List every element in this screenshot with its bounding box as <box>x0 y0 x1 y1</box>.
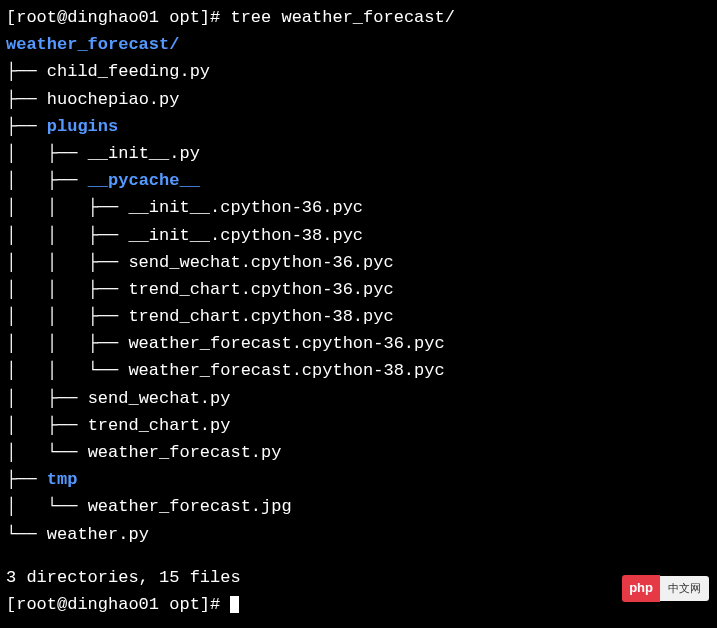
tree-line: │ │ ├── __init__.cpython-36.pyc <box>6 194 711 221</box>
command-prompt-line: [root@dinghao01 opt]# tree weather_forec… <box>6 4 711 31</box>
file-name: trend_chart.cpython-38.pyc <box>128 307 393 326</box>
file-name: child_feeding.py <box>47 62 210 81</box>
cursor-icon <box>230 596 239 613</box>
tree-output: ├── child_feeding.py├── huochepiao.py├──… <box>6 58 711 547</box>
file-name: weather_forecast.py <box>88 443 282 462</box>
file-name: trend_chart.cpython-36.pyc <box>128 280 393 299</box>
file-name: __init__.py <box>88 144 200 163</box>
tree-branch-prefix: │ │ ├── <box>6 253 128 272</box>
tree-line: │ │ └── weather_forecast.cpython-38.pyc <box>6 357 711 384</box>
file-name: trend_chart.py <box>88 416 231 435</box>
tree-line: │ │ ├── weather_forecast.cpython-36.pyc <box>6 330 711 357</box>
tree-line: ├── huochepiao.py <box>6 86 711 113</box>
tree-branch-prefix: │ ├── <box>6 416 88 435</box>
tree-line: │ └── weather_forecast.jpg <box>6 493 711 520</box>
tree-branch-prefix: ├── <box>6 62 47 81</box>
prompt-user-host: [root@dinghao01 opt]# <box>6 8 220 27</box>
tree-line: │ ├── trend_chart.py <box>6 412 711 439</box>
watermark: php 中文网 <box>622 575 709 602</box>
tree-line: └── weather.py <box>6 521 711 548</box>
tree-branch-prefix: ├── <box>6 117 47 136</box>
tree-branch-prefix: └── <box>6 525 47 544</box>
tree-line: │ ├── send_wechat.py <box>6 385 711 412</box>
tree-line: │ ├── __pycache__ <box>6 167 711 194</box>
tree-root-name: weather_forecast/ <box>6 35 179 54</box>
next-prompt-text: [root@dinghao01 opt]# <box>6 595 230 614</box>
tree-line: │ │ ├── trend_chart.cpython-38.pyc <box>6 303 711 330</box>
tree-branch-prefix: │ │ ├── <box>6 280 128 299</box>
tree-branch-prefix: ├── <box>6 470 47 489</box>
tree-line: │ └── weather_forecast.py <box>6 439 711 466</box>
file-name: weather_forecast.cpython-36.pyc <box>128 334 444 353</box>
file-name: send_wechat.cpython-36.pyc <box>128 253 393 272</box>
command-text: tree weather_forecast/ <box>230 8 454 27</box>
file-name: huochepiao.py <box>47 90 180 109</box>
directory-name: tmp <box>47 470 78 489</box>
tree-line: │ ├── __init__.py <box>6 140 711 167</box>
file-name: weather_forecast.cpython-38.pyc <box>128 361 444 380</box>
file-name: __init__.cpython-38.pyc <box>128 226 363 245</box>
tree-line: ├── plugins <box>6 113 711 140</box>
file-name: send_wechat.py <box>88 389 231 408</box>
tree-branch-prefix: │ │ ├── <box>6 307 128 326</box>
tree-summary: 3 directories, 15 files <box>6 564 711 591</box>
next-prompt-line[interactable]: [root@dinghao01 opt]# <box>6 591 711 618</box>
tree-branch-prefix: │ │ └── <box>6 361 128 380</box>
file-name: __init__.cpython-36.pyc <box>128 198 363 217</box>
tree-branch-prefix: │ └── <box>6 443 88 462</box>
tree-line: │ │ ├── trend_chart.cpython-36.pyc <box>6 276 711 303</box>
tree-line: │ │ ├── __init__.cpython-38.pyc <box>6 222 711 249</box>
tree-branch-prefix: │ │ ├── <box>6 334 128 353</box>
tree-root: weather_forecast/ <box>6 31 711 58</box>
file-name: weather.py <box>47 525 149 544</box>
tree-branch-prefix: │ │ ├── <box>6 226 128 245</box>
tree-branch-prefix: │ ├── <box>6 144 88 163</box>
directory-name: __pycache__ <box>88 171 200 190</box>
tree-line: │ │ ├── send_wechat.cpython-36.pyc <box>6 249 711 276</box>
tree-line: ├── tmp <box>6 466 711 493</box>
tree-branch-prefix: ├── <box>6 90 47 109</box>
tree-branch-prefix: │ └── <box>6 497 88 516</box>
tree-line: ├── child_feeding.py <box>6 58 711 85</box>
tree-branch-prefix: │ │ ├── <box>6 198 128 217</box>
tree-branch-prefix: │ ├── <box>6 389 88 408</box>
watermark-suffix: 中文网 <box>660 576 709 602</box>
tree-branch-prefix: │ ├── <box>6 171 88 190</box>
watermark-brand: php <box>622 575 660 602</box>
file-name: weather_forecast.jpg <box>88 497 292 516</box>
directory-name: plugins <box>47 117 118 136</box>
